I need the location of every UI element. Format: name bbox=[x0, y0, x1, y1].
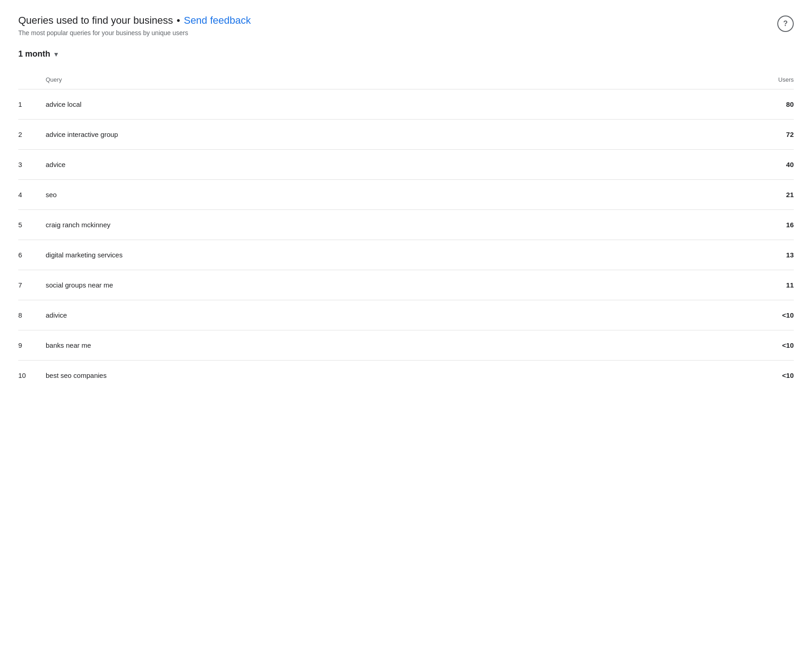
table-body: 1 advice local 80 2 advice interactive g… bbox=[18, 89, 794, 390]
month-label: 1 month bbox=[18, 49, 50, 59]
query-cell: best seo companies bbox=[46, 371, 739, 379]
users-cell: 40 bbox=[739, 161, 794, 168]
table-header: Query Users bbox=[18, 70, 794, 89]
users-cell: <10 bbox=[739, 371, 794, 379]
page-header: Queries used to find your business • Sen… bbox=[18, 15, 794, 37]
query-cell: advice local bbox=[46, 100, 739, 108]
rank-cell: 1 bbox=[18, 100, 46, 108]
help-icon-button[interactable]: ? bbox=[777, 16, 794, 32]
query-cell: seo bbox=[46, 191, 739, 199]
query-cell: advice interactive group bbox=[46, 131, 739, 138]
query-column-label: Query bbox=[46, 76, 62, 83]
table-row: 2 advice interactive group 72 bbox=[18, 120, 794, 150]
rank-cell: 4 bbox=[18, 191, 46, 199]
users-cell: <10 bbox=[739, 311, 794, 319]
title-bullet: • bbox=[177, 15, 180, 26]
rank-cell: 8 bbox=[18, 311, 46, 319]
rank-cell: 5 bbox=[18, 221, 46, 229]
users-cell: 21 bbox=[739, 191, 794, 199]
table-row: 6 digital marketing services 13 bbox=[18, 240, 794, 270]
table-row: 8 adivice <10 bbox=[18, 300, 794, 330]
query-cell: adivice bbox=[46, 311, 739, 319]
query-cell: advice bbox=[46, 161, 739, 168]
col-users-header: Users bbox=[739, 75, 794, 84]
month-dropdown-button[interactable]: 1 month ▼ bbox=[18, 47, 59, 61]
table-row: 9 banks near me <10 bbox=[18, 330, 794, 361]
users-cell: 11 bbox=[739, 281, 794, 289]
query-cell: social groups near me bbox=[46, 281, 739, 289]
query-cell: craig ranch mckinney bbox=[46, 221, 739, 229]
chevron-down-icon: ▼ bbox=[53, 51, 59, 58]
users-cell: <10 bbox=[739, 341, 794, 349]
table-row: 3 advice 40 bbox=[18, 150, 794, 180]
users-cell: 72 bbox=[739, 131, 794, 138]
table-row: 1 advice local 80 bbox=[18, 89, 794, 120]
rank-cell: 9 bbox=[18, 341, 46, 349]
query-cell: digital marketing services bbox=[46, 251, 739, 259]
filter-row: 1 month ▼ bbox=[18, 47, 794, 61]
col-query-header: Query bbox=[46, 75, 739, 84]
table-row: 5 craig ranch mckinney 16 bbox=[18, 210, 794, 240]
users-cell: 13 bbox=[739, 251, 794, 259]
title-group: Queries used to find your business • Sen… bbox=[18, 15, 251, 37]
queries-table: Query Users 1 advice local 80 2 advice i… bbox=[18, 70, 794, 390]
users-column-label: Users bbox=[778, 76, 794, 83]
title-text: Queries used to find your business bbox=[18, 15, 173, 26]
rank-cell: 3 bbox=[18, 161, 46, 168]
page-subtitle: The most popular queries for your busine… bbox=[18, 29, 251, 37]
page-title: Queries used to find your business • Sen… bbox=[18, 15, 251, 26]
rank-cell: 7 bbox=[18, 281, 46, 289]
send-feedback-link[interactable]: Send feedback bbox=[184, 15, 251, 26]
users-cell: 16 bbox=[739, 221, 794, 229]
table-row: 4 seo 21 bbox=[18, 180, 794, 210]
rank-cell: 6 bbox=[18, 251, 46, 259]
rank-cell: 2 bbox=[18, 131, 46, 138]
users-cell: 80 bbox=[739, 100, 794, 108]
table-row: 10 best seo companies <10 bbox=[18, 361, 794, 390]
table-row: 7 social groups near me 11 bbox=[18, 270, 794, 300]
query-cell: banks near me bbox=[46, 341, 739, 349]
rank-cell: 10 bbox=[18, 371, 46, 379]
help-icon: ? bbox=[783, 20, 788, 28]
